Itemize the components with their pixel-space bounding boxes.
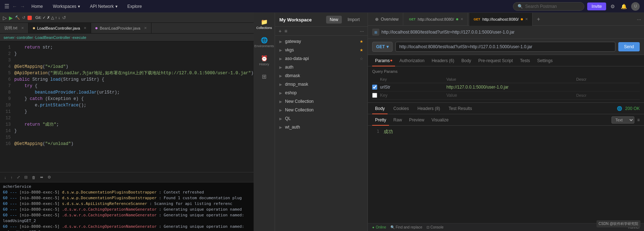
workspaces-button[interactable]: Workspaces ▾ — [49, 2, 84, 10]
sidebar-item-collections[interactable]: 📁 Collections — [255, 16, 274, 32]
add-tab-button[interactable]: + — [534, 16, 543, 22]
tab-tests[interactable]: Tests — [517, 55, 533, 66]
close-icon[interactable]: ✕ — [21, 26, 24, 30]
close-icon[interactable]: ✕ — [144, 26, 147, 30]
find-replace-btn[interactable]: 🔍 Find and replace — [390, 225, 422, 229]
more-tabs-button[interactable]: ··· — [637, 16, 641, 22]
qp-row-urlstr: urlStr http://127.0.0.1:5000/user-1.0.ja… — [372, 83, 640, 91]
resp-tab-test-results[interactable]: Test Results — [446, 103, 475, 114]
send-button[interactable]: Send — [618, 42, 640, 51]
undo-icon[interactable]: ↺ — [62, 15, 66, 20]
collection-item-ql[interactable]: ▶ QL — [275, 114, 368, 123]
notifications-icon[interactable]: 🔔 — [619, 2, 628, 11]
collection-item-auth[interactable]: ▶ auth — [275, 63, 368, 71]
collection-item-aso[interactable]: ▶ aso-data-api ☆ — [275, 54, 368, 63]
home-button[interactable]: Home — [28, 2, 46, 10]
method-label: GET — [376, 44, 385, 49]
console-expand-btn[interactable]: ⤢ — [15, 174, 21, 180]
console-up-btn[interactable]: ↑ — [9, 175, 14, 180]
workspace-title: My Workspace — [279, 17, 312, 22]
file-tab-txt[interactable]: 说明.txt ✕ — [0, 23, 29, 34]
avatar[interactable]: U — [631, 2, 640, 11]
chevron-down-icon: ▾ — [115, 4, 118, 9]
resp-tab-headers[interactable]: Headers (8) — [415, 103, 443, 114]
collection-item-vkgs[interactable]: ▶ vkgs ★ — [275, 46, 368, 54]
resp-sub-pretty[interactable]: Pretty — [372, 114, 389, 126]
close-icon[interactable]: ✕ — [525, 17, 528, 21]
resp-tab-body[interactable]: Body — [372, 103, 388, 114]
console-btn-status[interactable]: ⊡ Console — [426, 225, 443, 229]
sidebar-item-environments[interactable]: 🌐 Environments — [255, 34, 274, 51]
tab-authorization[interactable]: Authorization — [396, 55, 427, 66]
environments-icon: 🌐 — [261, 37, 268, 44]
resp-sub-raw[interactable]: Raw — [390, 114, 405, 126]
qp-checkbox[interactable] — [372, 85, 377, 90]
tab-settings[interactable]: Settings — [534, 55, 555, 66]
stop-btn[interactable] — [28, 16, 32, 20]
api-network-button[interactable]: API Network ▾ — [86, 2, 121, 10]
tab-body[interactable]: Body — [459, 55, 474, 66]
collection-item-new2[interactable]: ▶ New Collection — [275, 106, 368, 114]
sidebar-item-other[interactable]: ⊞ — [255, 70, 274, 83]
file-tab-provider[interactable]: BeanLoadProvider.java ✕ — [91, 23, 151, 34]
more-icon[interactable]: ··· — [360, 28, 364, 34]
log-line: 60 --- [nio-8080-exec-5] d.s.w.p.Documen… — [3, 190, 251, 195]
collection-item-eshop[interactable]: ▶ eshop — [275, 89, 368, 97]
back-icon[interactable]: ← — [12, 4, 17, 9]
qp-row-empty: Key Value Descr — [372, 91, 640, 100]
star-icon[interactable]: ★ — [360, 39, 363, 44]
explore-button[interactable]: Explore — [124, 2, 146, 10]
new-button[interactable]: New — [326, 16, 342, 24]
resp-tab-cookies[interactable]: Cookies — [390, 103, 411, 114]
tab-headers[interactable]: Headers (6) — [429, 55, 457, 66]
add-collection-icon[interactable]: + — [279, 28, 281, 34]
invite-button[interactable]: Invite — [587, 2, 606, 10]
console-settings-btn[interactable]: ⚙ — [46, 174, 53, 180]
tab-get-2[interactable]: GET http://localhost:8080/ ✕ — [469, 13, 533, 26]
collection-item-dmsp[interactable]: ▶ dmsp_mask — [275, 80, 368, 89]
tab-get-1[interactable]: GET http://localhost:8080/ ✕ — [405, 13, 468, 26]
qp-checkbox[interactable] — [372, 93, 377, 98]
collection-item-wt[interactable]: ▶ wt_auth — [275, 123, 368, 131]
settings-icon[interactable]: ⚙ — [609, 2, 616, 11]
tab-overview[interactable]: ⊕ Overview — [371, 13, 403, 26]
star-icon[interactable]: ★ — [360, 48, 363, 52]
console-clear-btn[interactable]: 🗑 — [30, 175, 37, 180]
resp-sub-preview[interactable]: Preview — [406, 114, 427, 126]
resp-sub-visualize[interactable]: Visualize — [429, 114, 451, 126]
ide-toolbar: ▷ ▶ 🔨 ↺ Git: ✓ ✗ △ ↑ ↓ ↺ — [0, 13, 254, 23]
hamburger-icon[interactable]: ☰ — [4, 3, 9, 10]
collection-item-new1[interactable]: ▶ New Collection — [275, 97, 368, 106]
format-icon[interactable]: ≡ — [637, 117, 640, 122]
chevron-down-icon: ▾ — [78, 4, 80, 9]
query-params-section: Query Params Key Value Descr urlStr http… — [368, 66, 644, 102]
collection-item-gateway[interactable]: ▶ gateway ★ — [275, 37, 368, 46]
run-icon[interactable]: ▷ — [3, 15, 7, 21]
console-down-btn[interactable]: ↓ — [3, 175, 8, 180]
file-tab-controller[interactable]: LoadBeanController.java ✕ — [29, 23, 91, 34]
star-icon[interactable]: ☆ — [360, 56, 363, 61]
console-filter-btn[interactable]: ⊟ — [23, 174, 29, 180]
text-format-select[interactable]: Text JSON HTML — [611, 116, 634, 124]
debug-icon[interactable]: ▶ — [9, 15, 13, 21]
tab-params[interactable]: Params — [372, 55, 395, 66]
method-selector[interactable]: GET ▾ — [372, 42, 393, 52]
import-button[interactable]: Import — [344, 16, 363, 24]
sort-icon[interactable]: ≡ — [284, 28, 287, 34]
code-editor[interactable]: 12345 678910 111213141516 return str; } … — [0, 41, 254, 172]
tab-prerequest[interactable]: Pre-request Script — [475, 55, 516, 66]
reload-icon[interactable]: ↺ — [22, 15, 25, 20]
console-wrap-btn[interactable]: ⬌ — [39, 174, 45, 180]
close-icon[interactable]: ✕ — [84, 26, 86, 30]
forward-icon[interactable]: → — [20, 4, 25, 9]
console-panel: ↓ ↑ ⤢ ⊟ 🗑 ⬌ ⚙ acherService 60 --- [nio-8… — [0, 172, 254, 231]
response-sub-tabs: Pretty Raw Preview Visualize Text JSON H… — [368, 114, 644, 126]
build-icon[interactable]: 🔨 — [15, 15, 20, 20]
collection-item-dbmask[interactable]: ▶ dbmask — [275, 71, 368, 80]
sidebar-item-history[interactable]: ⏰ History — [255, 52, 274, 69]
close-icon[interactable]: ✕ — [460, 17, 463, 21]
url-input-field[interactable] — [395, 42, 615, 52]
request-tabs-bar: ⊕ Overview GET http://localhost:8080/ ✕ … — [368, 13, 644, 26]
search-bar[interactable]: 🔍 Search Postman — [513, 2, 584, 11]
chevron-right-icon: ▶ — [279, 125, 282, 129]
